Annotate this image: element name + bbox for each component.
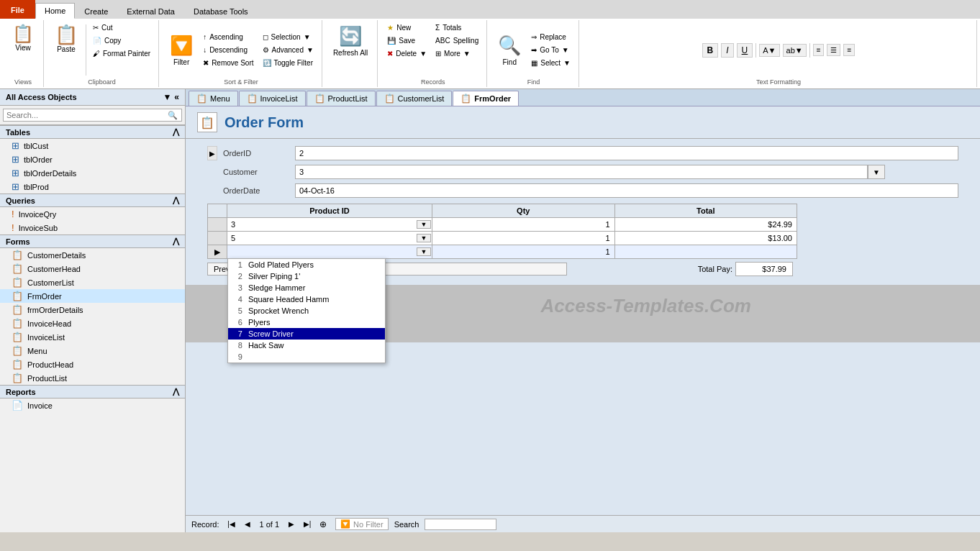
customer-dropdown-button[interactable]: ▼ <box>868 165 885 179</box>
tab-file[interactable]: File <box>0 0 35 19</box>
nav-first-button[interactable]: |◀ <box>225 518 238 531</box>
nav-item-customerdetails[interactable]: 📋 CustomerDetails <box>0 248 185 262</box>
tab-home[interactable]: Home <box>35 3 75 19</box>
find-button[interactable]: 🔍 Find <box>493 31 526 70</box>
qty-cell-2[interactable] <box>432 232 614 245</box>
new-button[interactable]: ★ New <box>384 22 430 34</box>
tab-database-tools[interactable]: Database Tools <box>184 3 258 19</box>
nav-item-tblorderdetails[interactable]: ⊞ tblOrderDetails <box>0 166 185 180</box>
remove-sort-button[interactable]: ✖ Remove Sort <box>199 57 257 69</box>
qty-input-2[interactable] <box>437 234 609 242</box>
nav-item-invoicesub[interactable]: ! InvoiceSub <box>0 221 185 234</box>
product-id-input-2[interactable] <box>228 232 417 244</box>
nav-item-producthead[interactable]: 📋 ProductHead <box>0 358 185 371</box>
nav-item-productlist[interactable]: 📋 ProductList <box>0 371 185 385</box>
align-center-button[interactable]: ☰ <box>827 44 840 56</box>
nav-item-customerhead[interactable]: 📋 CustomerHead <box>0 262 185 276</box>
doc-tab-menu[interactable]: 📋 Menu <box>189 91 238 106</box>
filter-button[interactable]: 🔽 Filter <box>165 31 198 70</box>
spelling-button[interactable]: ABC Spelling <box>432 35 482 47</box>
nav-item-invoicehead[interactable]: 📋 InvoiceHead <box>0 317 185 330</box>
dropdown-item-1[interactable]: 1 Gold Plated Plyers <box>228 259 385 270</box>
qty-input-3[interactable] <box>437 247 609 256</box>
no-filter-button[interactable]: 🔽 No Filter <box>335 518 389 530</box>
paste-button[interactable]: 📋 Paste <box>50 22 83 57</box>
dropdown-item-7[interactable]: 7 Screw Driver <box>228 328 385 340</box>
dropdown-item-2[interactable]: 2 Silver Piping 1' <box>228 270 385 282</box>
reports-section[interactable]: Reports ⋀ <box>0 385 185 399</box>
nav-last-button[interactable]: ▶| <box>301 518 314 531</box>
ascending-button[interactable]: ↑ Ascending <box>199 31 257 43</box>
status-search-input[interactable] <box>425 519 496 530</box>
product-combo-btn-2[interactable]: ▼ <box>417 234 431 242</box>
align-right-button[interactable]: ≡ <box>843 44 855 56</box>
product-combo-btn-1[interactable]: ▼ <box>417 220 431 229</box>
tab-external-data[interactable]: External Data <box>117 3 184 19</box>
orderdate-input[interactable] <box>295 183 958 198</box>
align-left-button[interactable]: ≡ <box>813 44 825 56</box>
bold-button[interactable]: B <box>702 43 719 58</box>
tables-section[interactable]: Tables ⋀ <box>0 125 185 139</box>
replace-button[interactable]: ⇒ Replace <box>527 31 574 43</box>
view-button[interactable]: 📋 View <box>7 22 39 55</box>
dropdown-item-3[interactable]: 3 Sledge Hammer <box>228 282 385 293</box>
nav-item-tblprod[interactable]: ⊞ tblProd <box>0 180 185 193</box>
tab-create[interactable]: Create <box>75 3 117 19</box>
nav-search-input[interactable] <box>3 109 182 122</box>
customer-input[interactable] <box>295 165 868 179</box>
advanced-button[interactable]: ⚙ Advanced ▼ <box>259 44 317 56</box>
nav-item-customerlist[interactable]: 📋 CustomerList <box>0 276 185 289</box>
qty-cell-1[interactable] <box>432 218 614 232</box>
nav-item-invoiceqry[interactable]: ! InvoiceQry <box>0 207 185 221</box>
nav-item-menu[interactable]: 📋 Menu <box>0 344 185 358</box>
cut-button[interactable]: ✂ Cut <box>89 22 154 34</box>
nav-prev-button[interactable]: ◀ <box>241 518 254 531</box>
delete-button[interactable]: ✖ Delete ▼ <box>384 47 430 60</box>
doc-tab-productlist[interactable]: 📋 ProductList <box>307 91 376 106</box>
totals-button[interactable]: Σ Totals <box>432 22 482 34</box>
nav-item-invoice[interactable]: 📄 Invoice <box>0 399 185 412</box>
doc-tab-frmorder[interactable]: 📋 FrmOrder <box>453 91 519 106</box>
select-button[interactable]: ▦ Select ▼ <box>527 57 574 69</box>
product-id-input-3[interactable] <box>228 246 417 258</box>
format-painter-button[interactable]: 🖌 Format Painter <box>89 47 154 60</box>
dropdown-item-8[interactable]: 8 Hack Saw <box>228 340 385 351</box>
nav-item-frmorder[interactable]: 📋 FrmOrder <box>0 289 185 303</box>
dropdown-item-6[interactable]: 6 Plyers <box>228 317 385 328</box>
font-color-button[interactable]: A▼ <box>759 44 779 57</box>
forms-section[interactable]: Forms ⋀ <box>0 234 185 248</box>
nav-new-button[interactable]: ⊕ <box>317 518 330 531</box>
highlight-button[interactable]: ab▼ <box>783 44 807 57</box>
goto-button[interactable]: ➡ Go To ▼ <box>527 44 574 56</box>
toggle-filter-button[interactable]: 🔃 Toggle Filter <box>259 57 317 69</box>
save-button[interactable]: 💾 Save <box>384 35 430 47</box>
nav-item-frmorderdetails[interactable]: 📋 frmOrderDetails <box>0 303 185 317</box>
product-id-cell-2[interactable]: ▼ <box>227 232 432 245</box>
product-id-input-1[interactable] <box>228 219 417 230</box>
selection-button[interactable]: ◻ Selection ▼ <box>259 31 317 43</box>
product-dropdown[interactable]: 1 Gold Plated Plyers 2 Silver Piping 1' <box>227 258 386 363</box>
nav-collapse-icon[interactable]: « <box>174 92 179 102</box>
nav-item-tblcust[interactable]: ⊞ tblCust <box>0 139 185 152</box>
doc-tab-invoicelist[interactable]: 📋 InvoiceList <box>239 91 306 106</box>
queries-section[interactable]: Queries ⋀ <box>0 193 185 207</box>
dropdown-item-9[interactable]: 9 <box>228 351 385 363</box>
product-id-cell-1[interactable]: ▼ <box>227 218 432 232</box>
dropdown-item-5[interactable]: 5 Sprocket Wrench <box>228 305 385 317</box>
qty-cell-3[interactable] <box>432 245 614 259</box>
nav-dropdown-icon[interactable]: ▼ <box>163 92 171 102</box>
copy-button[interactable]: 📄 Copy <box>89 35 154 47</box>
italic-button[interactable]: I <box>721 43 733 58</box>
product-combo-btn-3[interactable]: ▼ <box>417 247 431 256</box>
descending-button[interactable]: ↓ Descending <box>199 44 257 56</box>
dropdown-item-4[interactable]: 4 Square Headed Hamm <box>228 293 385 305</box>
refresh-all-button[interactable]: 🔄 Refresh All <box>328 22 373 60</box>
nav-next-button[interactable]: ▶ <box>285 518 298 531</box>
qty-input-1[interactable] <box>437 220 609 229</box>
underline-button[interactable]: U <box>737 43 753 58</box>
orderid-input[interactable] <box>295 146 958 160</box>
more-button[interactable]: ⊞ More ▼ <box>432 47 482 60</box>
doc-tab-customerlist[interactable]: 📋 CustomerList <box>376 91 453 106</box>
nav-item-tblorder[interactable]: ⊞ tblOrder <box>0 152 185 166</box>
product-id-cell-3[interactable]: ▼ 1 Gold Plated Plyers <box>227 245 432 259</box>
